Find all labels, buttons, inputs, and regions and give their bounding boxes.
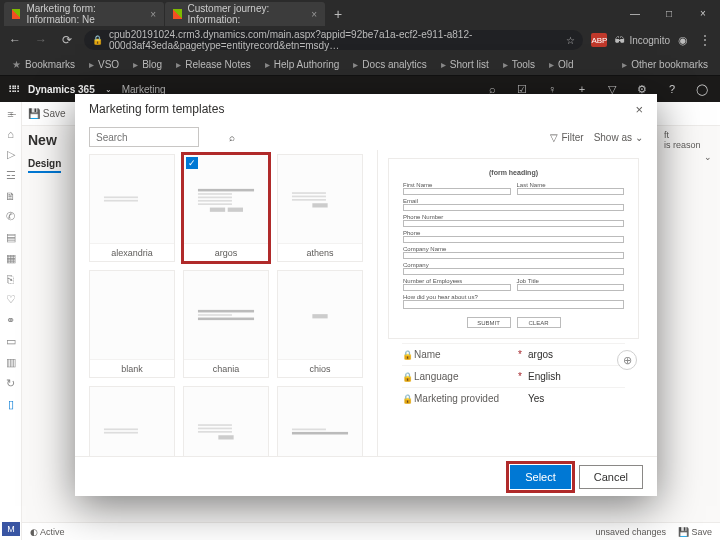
dialog-close-button[interactable]: × <box>635 102 643 117</box>
search-icon[interactable]: ⌕ <box>229 132 235 143</box>
star-icon: ★ <box>12 59 21 70</box>
preview-scroll[interactable]: (form heading) First NameLast Name Email… <box>378 150 657 456</box>
bookmark-item[interactable]: ▸Tools <box>497 57 541 72</box>
bookmark-item[interactable]: ▸Release Notes <box>170 57 257 72</box>
bookmark-item[interactable]: ▸Old <box>543 57 580 72</box>
bookmarks-bar: ★Bookmarks ▸VSO ▸Blog ▸Release Notes ▸He… <box>0 54 720 76</box>
preview-clear: CLEAR <box>517 317 561 328</box>
cancel-button[interactable]: Cancel <box>579 465 643 489</box>
template-card[interactable]: chios <box>277 270 363 378</box>
bookmark-item[interactable]: ★Bookmarks <box>6 57 81 72</box>
close-icon[interactable]: × <box>150 9 156 20</box>
phone-icon[interactable]: ✆ <box>6 210 15 223</box>
window-minimize-button[interactable]: — <box>618 0 652 26</box>
play-icon[interactable]: ▷ <box>7 148 15 161</box>
extension-icon[interactable]: ABP <box>591 33 607 47</box>
list-icon[interactable]: ☲ <box>6 169 16 182</box>
area-name: Marketing <box>122 84 166 95</box>
template-card[interactable]: kalamata <box>277 386 363 456</box>
form-preview: (form heading) First NameLast Name Email… <box>388 158 639 339</box>
url-text: cpub20191024.crm3.dynamics.com/main.aspx… <box>109 29 560 51</box>
template-card[interactable]: athens <box>277 154 363 262</box>
forward-button[interactable]: → <box>32 33 50 47</box>
lock-icon: 🔒 <box>92 35 103 45</box>
select-button[interactable]: Select <box>510 465 571 489</box>
menu-icon[interactable]: ⋮ <box>696 33 714 47</box>
favicon <box>173 9 182 19</box>
tab-title: Marketing form: Information: Ne <box>26 3 144 25</box>
reload-button[interactable]: ⟳ <box>58 33 76 47</box>
search-box[interactable]: ⌕ <box>89 127 199 147</box>
user-icon[interactable]: ◯ <box>692 83 712 96</box>
chevron-down-icon[interactable]: ⌄ <box>105 85 112 94</box>
zoom-button[interactable]: ⊕ <box>617 350 637 370</box>
folder-icon: ▸ <box>622 59 627 70</box>
other-bookmarks[interactable]: ▸Other bookmarks <box>616 57 714 72</box>
cards-icon[interactable]: ▥ <box>6 356 16 369</box>
help-icon[interactable]: ? <box>662 83 682 95</box>
folder-icon: ▸ <box>89 59 94 70</box>
dialog-footer: Select Cancel <box>75 456 657 496</box>
template-metadata: 🔒Name*argos 🔒Language*English 🔒Marketing… <box>388 339 639 413</box>
browser-tab[interactable]: Customer journey: Information: × <box>165 2 325 26</box>
template-gallery[interactable]: alexandria ✓ argos athens blank chania c… <box>75 150 377 456</box>
profile-icon[interactable]: ◉ <box>678 34 688 47</box>
people-icon[interactable]: ⚭ <box>6 314 15 327</box>
bookmark-item[interactable]: ▸VSO <box>83 57 125 72</box>
back-icon[interactable]: ← <box>8 108 18 119</box>
template-dialog: Marketing form templates × ⌕ ▽Filter Sho… <box>75 94 657 496</box>
chevron-down-icon: ⌄ <box>635 132 643 143</box>
save-command[interactable]: 💾 Save <box>28 108 66 119</box>
favicon <box>12 9 20 19</box>
app-launcher-icon[interactable]: ⠿⠿ <box>8 84 18 95</box>
bookmark-item[interactable]: ▸Short list <box>435 57 495 72</box>
product-name: Dynamics 365 <box>28 84 95 95</box>
template-card[interactable]: chania <box>183 270 269 378</box>
status-bar: ◐ Active unsaved changes 💾 Save <box>22 522 720 540</box>
home-icon[interactable]: ⌂ <box>7 128 14 140</box>
new-tab-button[interactable]: + <box>326 2 350 26</box>
filter-button[interactable]: ▽Filter <box>550 132 583 143</box>
calendar-icon[interactable]: ▦ <box>6 252 16 265</box>
page-title: New <box>28 132 57 148</box>
folder-icon: ▸ <box>133 59 138 70</box>
show-as-button[interactable]: Show as ⌄ <box>594 132 643 143</box>
bookmark-star-icon[interactable]: ☆ <box>566 35 575 46</box>
bookmark-item[interactable]: ▸Blog <box>127 57 168 72</box>
link-icon[interactable]: ⎘ <box>7 273 14 285</box>
tab-title: Customer journey: Information: <box>188 3 306 25</box>
back-button[interactable]: ← <box>6 33 24 47</box>
filter-icon: ▽ <box>550 132 558 143</box>
close-icon[interactable]: × <box>311 9 317 20</box>
footer-save[interactable]: 💾 Save <box>678 527 712 537</box>
chart-icon[interactable]: ▤ <box>6 231 16 244</box>
lock-icon: 🔒 <box>402 372 414 382</box>
bookmark-item[interactable]: ▸Help Authoring <box>259 57 346 72</box>
area-switcher[interactable]: M <box>2 522 20 536</box>
preview-pane: (form heading) First NameLast Name Email… <box>377 150 657 456</box>
template-card[interactable]: heraklion <box>183 386 269 456</box>
window-close-button[interactable]: × <box>686 0 720 26</box>
doc-icon[interactable]: 🗎 <box>5 190 16 202</box>
page-icon[interactable]: ▯ <box>8 398 14 411</box>
browser-tab[interactable]: Marketing form: Information: Ne × <box>4 2 164 26</box>
template-card[interactable]: alexandria <box>89 154 175 262</box>
template-card[interactable]: corfu <box>89 386 175 456</box>
unsaved-label: unsaved changes <box>595 527 666 537</box>
tab-design[interactable]: Design <box>28 158 61 173</box>
bookmark-item[interactable]: ▸Docs analytics <box>347 57 432 72</box>
folder-icon: ▸ <box>176 59 181 70</box>
form-icon[interactable]: ▭ <box>6 335 16 348</box>
refresh-icon[interactable]: ↻ <box>6 377 15 390</box>
chevron-down-icon[interactable]: ⌄ <box>664 152 712 162</box>
search-input[interactable] <box>90 132 229 143</box>
preview-submit: SUBMIT <box>467 317 511 328</box>
lock-icon: 🔒 <box>402 350 414 360</box>
heart-icon[interactable]: ♡ <box>6 293 16 306</box>
window-maximize-button[interactable]: □ <box>652 0 686 26</box>
address-bar[interactable]: 🔒 cpub20191024.crm3.dynamics.com/main.as… <box>84 30 583 50</box>
template-card[interactable]: blank <box>89 270 175 378</box>
folder-icon: ▸ <box>441 59 446 70</box>
browser-toolbar: ← → ⟳ 🔒 cpub20191024.crm3.dynamics.com/m… <box>0 26 720 54</box>
template-card-selected[interactable]: ✓ argos <box>183 154 269 262</box>
